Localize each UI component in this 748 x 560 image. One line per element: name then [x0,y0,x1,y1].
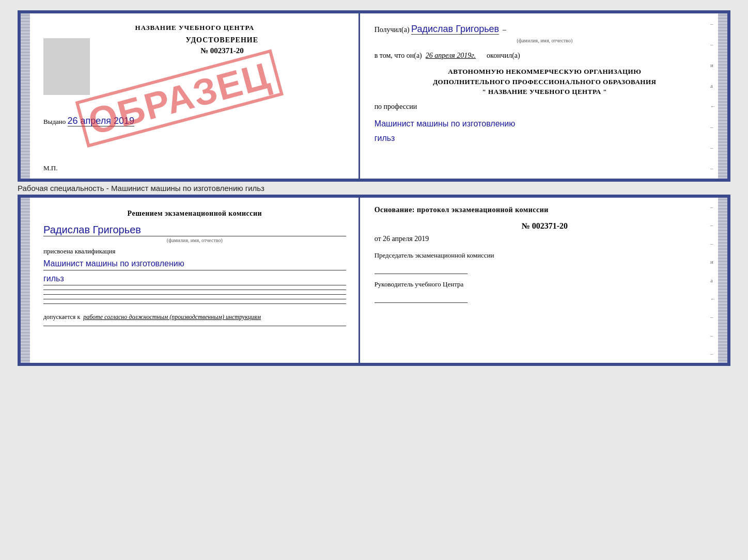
issued-line: Выдано 26 апреля 2019 [43,116,346,126]
head-title: Руководитель учебного Центра [375,280,715,289]
head-signature-line [375,291,467,303]
protocol-date: 26 апреля 2019 [383,235,429,243]
cert-number: № 002371-20 [98,46,346,55]
profession-value-top: Машинист машины по изготовлению гильз [375,118,715,145]
assigned-label: присвоена квалификация [43,247,346,255]
mp-line: М.П. [43,164,57,172]
bmark2: – [710,222,716,228]
bmark3: – [710,241,716,247]
chairman-block: Председатель экзаменационной комиссии [375,251,715,274]
protocol-date-line: от 26 апреля 2019 [375,235,715,243]
spine-right [718,13,727,179]
bmark8: – [710,332,716,339]
mark2: – [710,41,716,47]
profession-label-top: по профессии [375,101,715,113]
date-line-top: в том, что он(а) 26 апреля 2019г. окончи… [375,50,715,61]
underline4 [43,303,346,304]
person-name-bottom: Радислав Григорьев [43,224,346,236]
underline3 [43,299,346,299]
mark1: – [710,21,716,27]
mark5: ← [710,103,716,109]
between-label: Рабочая специальность - Машинист машины … [18,182,730,195]
received-label: Получил(а) [375,26,410,34]
допускается-label: допускается к [43,313,80,321]
profession-text1: Машинист машины по изготовлению [375,118,715,130]
bmark4: и [710,259,716,265]
bottom-left-panel: Решением экзаменационной комиссии Радисл… [21,198,360,363]
bmark9: – [710,350,716,357]
underline5 [43,326,346,326]
bmark7: – [710,314,716,320]
chairman-title: Председатель экзаменационной комиссии [375,251,715,260]
underline2 [43,294,346,295]
side-marks-top: – – и а ← – – – [710,13,716,179]
org-text: АВТОНОМНУЮ НЕКОММЕРЧЕСКУЮ ОРГАНИЗАЦИЮ ДО… [375,67,715,97]
org-line2: ДОПОЛНИТЕЛЬНОГО ПРОФЕССИОНАЛЬНОГО ОБРАЗО… [433,78,656,86]
допускается-value: работе согласно должностным (производств… [83,313,261,321]
qualification-text2: гильз [43,273,346,285]
side-marks-bottom: – – – и а ← – – – [710,198,716,363]
top-document: НАЗВАНИЕ УЧЕБНОГО ЦЕНТРА УДОСТОВЕРЕНИЕ №… [18,10,730,182]
bottom-document: Решением экзаменационной комиссии Радисл… [18,195,730,366]
spine-right-bottom [718,198,727,363]
bmark6: ← [710,296,716,302]
org-line1: АВТОНОМНУЮ НЕКОММЕРЧЕСКУЮ ОРГАНИЗАЦИЮ [448,68,641,75]
top-right-panel: Получил(а) Радислав Григорьев – (фамилия… [360,13,727,179]
protocol-number: № 002371-20 [375,221,715,231]
profession-label: по профессии [375,103,417,110]
profession-text2-top: гильз [375,132,715,145]
chairman-signature-line [375,262,467,274]
date-label-bottom: от [375,235,381,243]
bottom-right-panel: Основание: протокол экзаменационной коми… [360,198,727,363]
mark3: и [710,62,716,68]
commission-title: Решением экзаменационной комиссии [43,208,346,219]
bmark5: а [710,277,716,283]
completion-date: 26 апреля 2019г. [426,52,476,59]
photo-placeholder [43,38,90,95]
recipient-name: Радислав Григорьев [411,24,499,35]
school-title-top: НАЗВАНИЕ УЧЕБНОГО ЦЕНТРА [43,24,346,32]
qualification-text1: Машинист машины по изготовлению [43,258,346,270]
mark4: а [710,83,716,89]
underline1 [43,290,346,290]
org-name: " НАЗВАНИЕ УЧЕБНОГО ЦЕНТРА " [482,88,607,95]
head-block: Руководитель учебного Центра [375,280,715,303]
issued-label: Выдано [43,118,66,125]
bmark1: – [710,204,716,210]
name-sublabel-bottom: (фамилия, имя, отчество) [43,237,346,243]
допускается-block: допускается к работе согласно должностны… [43,312,346,322]
name-sublabel-top: (фамилия, имя, отчество) [375,37,715,45]
received-line: Получил(а) Радислав Григорьев – (фамилия… [375,22,715,45]
osnование-title: Основание: протокол экзаменационной коми… [375,206,715,214]
issued-date: 26 апреля 2019 [68,116,135,126]
mark8: – [710,165,716,171]
finished-label: окончил(а) [487,52,520,59]
mark7: – [710,145,716,151]
in-that-label: в том, что он(а) [375,52,422,59]
cert-label: УДОСТОВЕРЕНИЕ [98,36,346,44]
top-left-panel: НАЗВАНИЕ УЧЕБНОГО ЦЕНТРА УДОСТОВЕРЕНИЕ №… [21,13,360,179]
mark6: – [710,124,716,130]
